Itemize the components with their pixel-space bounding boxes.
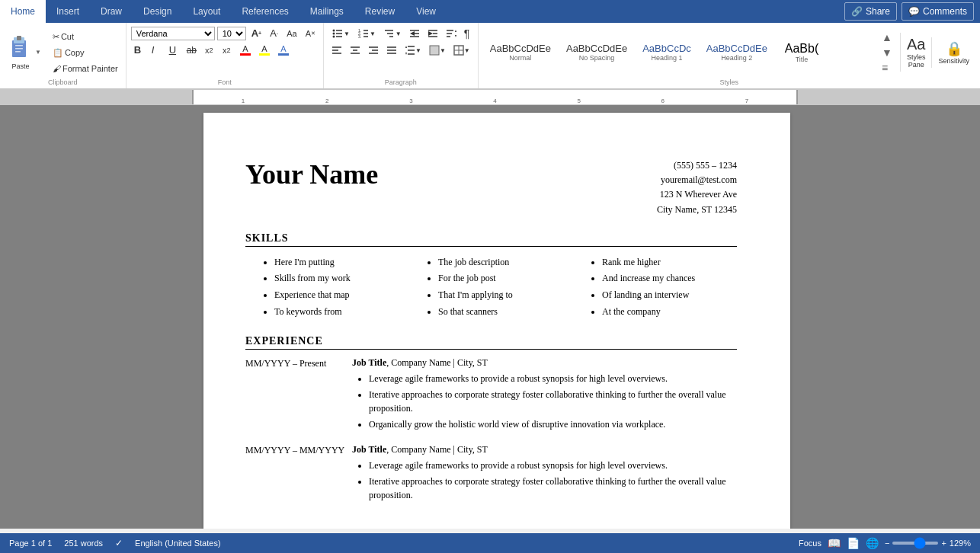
tab-references[interactable]: References (231, 0, 299, 23)
highlight-button[interactable]: A (256, 43, 273, 57)
paragraph-section: ▼ 1.2.3. ▼ ▼ (324, 23, 479, 88)
font-family-select[interactable]: Verdana (131, 27, 215, 40)
zoom-level[interactable]: 129% (950, 539, 971, 548)
increase-indent-icon (428, 28, 438, 39)
job-title-1: Job Title (352, 357, 386, 368)
underline-button[interactable]: U (166, 43, 181, 57)
superscript-button[interactable]: x2 (219, 44, 235, 56)
font-color-button[interactable]: A (237, 43, 254, 57)
share-button[interactable]: 🔗 Share (844, 2, 897, 21)
font-shrink-button[interactable]: A- (267, 26, 281, 40)
svg-marker-32 (455, 30, 456, 32)
numbered-list-button[interactable]: 1.2.3. ▼ (354, 27, 379, 40)
strikethrough-button[interactable]: ab (184, 43, 200, 57)
subscript-button[interactable]: x2 (202, 44, 217, 56)
svg-marker-50 (405, 53, 407, 55)
svg-point-7 (332, 30, 335, 32)
line-spacing-button[interactable]: ▼ (402, 43, 424, 57)
format-painter-button[interactable]: 🖌 Format Painter (50, 62, 121, 75)
zoom-in-button[interactable]: + (941, 539, 946, 548)
left-sidebar-margin (0, 105, 14, 529)
tab-view[interactable]: View (405, 0, 447, 23)
numbered-list-icon: 1.2.3. (357, 28, 370, 39)
format-painter-icon: 🖌 (53, 64, 61, 73)
cut-icon: ✂ (53, 32, 59, 42)
zoom-slider[interactable] (892, 542, 938, 545)
list-item: So that scanners (438, 304, 573, 321)
list-item: That I'm applying to (438, 287, 573, 304)
paragraph-label: Paragraph (328, 78, 473, 88)
clear-formatting-button[interactable]: A✕ (303, 27, 319, 40)
style-title[interactable]: AaBb( Title (776, 38, 828, 67)
tab-mailings[interactable]: Mailings (299, 0, 354, 23)
styles-scroll-up[interactable]: ▲ (879, 30, 895, 45)
show-marks-button[interactable]: ¶ (461, 26, 473, 41)
bold-button[interactable]: B (131, 43, 146, 57)
style-no-spacing[interactable]: AaBbCcDdEe No Spacing (559, 39, 634, 66)
cut-button[interactable]: ✂ Cut (50, 30, 121, 43)
contact-address2: City Name, ST 12345 (657, 203, 737, 217)
read-mode-icon[interactable]: 📖 (828, 537, 841, 549)
sort-button[interactable] (443, 27, 460, 40)
borders-button[interactable]: ▼ (450, 43, 473, 57)
svg-rect-5 (15, 51, 21, 53)
list-item: Iterative approaches to corporate strate… (369, 475, 737, 502)
styles-more[interactable]: ≡ (879, 60, 895, 75)
style-heading2[interactable]: AaBbCcDdEe Heading 2 (700, 39, 774, 66)
tab-layout[interactable]: Layout (182, 0, 231, 23)
document-scroll[interactable]: Your Name (555) 555 – 1234 youremail@tes… (14, 105, 980, 529)
bullet-list-button[interactable]: ▼ (328, 27, 353, 40)
borders-icon (453, 45, 464, 56)
proofing-icon[interactable]: ✓ (115, 538, 123, 548)
clipboard-section: Paste ▼ ✂ Cut 📋 Copy 🖌 Format Pa (0, 23, 127, 88)
paste-icon (9, 34, 32, 62)
paste-button[interactable]: Paste ▼ (5, 31, 47, 73)
font-section: Verdana 10 A+ A- Aa A✕ B I U ab x2 x2 (127, 23, 324, 88)
sensitivity-button[interactable]: 🔒 Sensitivity (931, 37, 975, 68)
svg-rect-51 (430, 46, 439, 55)
align-left-icon (331, 45, 342, 56)
paste-label: Paste (11, 62, 29, 70)
align-center-button[interactable] (347, 43, 363, 57)
style-heading1[interactable]: AaBbCcDc Heading 1 (636, 39, 698, 66)
change-case-button[interactable]: Aa (283, 27, 299, 40)
italic-button[interactable]: I (149, 43, 164, 57)
job-detail-1: Job Title, Company Name | City, ST Lever… (352, 357, 737, 433)
tab-design[interactable]: Design (133, 0, 182, 23)
styles-pane-button[interactable]: Aa Styles Pane (900, 33, 932, 72)
document-page: Your Name (555) 555 – 1234 youremail@tes… (203, 113, 790, 529)
font-label: Font (131, 78, 319, 88)
align-right-button[interactable] (365, 43, 382, 57)
decrease-indent-button[interactable] (406, 27, 423, 40)
increase-indent-button[interactable] (424, 27, 441, 40)
styles-label: Styles (483, 78, 975, 88)
tab-review[interactable]: Review (354, 0, 405, 23)
print-layout-icon[interactable]: 📄 (847, 537, 860, 549)
skills-col-3: Rank me higher And increase my chances O… (573, 254, 737, 320)
align-left-button[interactable] (328, 43, 345, 57)
multilevel-list-button[interactable]: ▼ (380, 27, 405, 40)
svg-text:3.: 3. (358, 34, 361, 39)
contact-email: youremail@test.com (657, 173, 737, 187)
job-company-2: , Company Name | City, ST (386, 444, 488, 455)
tab-insert[interactable]: Insert (46, 0, 90, 23)
shading-button[interactable]: ▼ (426, 43, 449, 57)
web-layout-icon[interactable]: 🌐 (866, 537, 879, 549)
sensitivity-icon: 🔒 (946, 40, 962, 57)
font-size-select[interactable]: 10 (217, 27, 246, 40)
comments-button[interactable]: 💬 Comments (902, 2, 974, 21)
font-grow-button[interactable]: A+ (248, 26, 264, 40)
tab-home[interactable]: Home (0, 0, 46, 23)
zoom-out-button[interactable]: − (885, 539, 889, 548)
justify-button[interactable] (383, 43, 400, 57)
text-effects-button[interactable]: A (275, 43, 292, 57)
tab-draw[interactable]: Draw (90, 0, 133, 23)
style-normal[interactable]: AaBbCcDdEe Normal (483, 39, 558, 66)
copy-button[interactable]: 📋 Copy (50, 46, 121, 59)
svg-rect-4 (15, 48, 23, 50)
list-item: To keywords from (274, 304, 409, 321)
language[interactable]: English (United States) (135, 539, 221, 548)
focus-button[interactable]: Focus (799, 539, 821, 548)
list-item: At the company (602, 304, 737, 321)
styles-scroll-down[interactable]: ▼ (879, 45, 895, 60)
